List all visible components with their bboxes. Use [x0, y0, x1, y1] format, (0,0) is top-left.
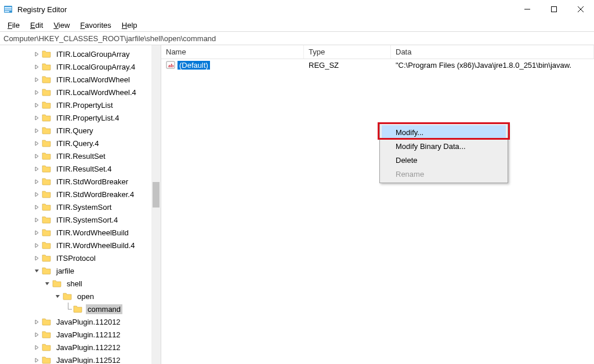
chevron-right-icon[interactable] — [32, 88, 41, 96]
maximize-button[interactable] — [541, 0, 567, 19]
chevron-right-icon[interactable] — [32, 152, 41, 160]
scrollbar-thumb[interactable] — [153, 182, 160, 208]
context-menu: Modify... Modify Binary Data... Delete R… — [379, 123, 508, 183]
window-title: Registry Editor — [17, 5, 67, 14]
folder-icon — [42, 164, 51, 173]
chevron-right-icon[interactable] — [32, 343, 41, 351]
folder-icon — [42, 228, 51, 237]
chevron-right-icon[interactable] — [32, 114, 41, 122]
tree-node-label: ITIR.WordWheelBuild — [55, 228, 131, 238]
chevron-right-icon[interactable] — [32, 318, 41, 326]
tree-node-itir-resultset-4[interactable]: ITIR.ResultSet.4 — [0, 162, 151, 175]
list-row[interactable]: ab (Default) REG_SZ "C:\Program Files (x… — [161, 59, 594, 71]
chevron-right-icon[interactable] — [32, 165, 41, 173]
tree-node-label: command — [86, 304, 122, 314]
tree-node-label: ITIR.Query — [55, 126, 95, 136]
tree-node-itir-propertylist[interactable]: ITIR.PropertyList — [0, 99, 151, 111]
tree-node-itir-wordwheelbuild-4[interactable]: ITIR.WordWheelBuild.4 — [0, 239, 151, 252]
tree-node-itir-propertylist-4[interactable]: ITIR.PropertyList.4 — [0, 111, 151, 124]
tree-node-label: ITIR.LocalWordWheel — [55, 75, 132, 85]
chevron-right-icon[interactable] — [32, 75, 41, 83]
tree-node-open[interactable]: open — [0, 290, 151, 303]
tree-node-itir-localgrouparray-4[interactable]: ITIR.LocalGroupArray.4 — [0, 60, 151, 73]
folder-icon — [42, 202, 51, 212]
tree-node-label: ITIR.PropertyList — [55, 100, 115, 110]
menu-help[interactable]: Help — [118, 20, 142, 30]
chevron-right-icon[interactable] — [32, 228, 41, 236]
column-header-type[interactable]: Type — [304, 45, 391, 59]
minimize-button[interactable] — [514, 0, 541, 19]
tree-node-label: ITIR.LocalGroupArray.4 — [55, 62, 137, 72]
tree-node-javaplugin-112012[interactable]: JavaPlugin.112012 — [0, 315, 151, 328]
folder-icon — [42, 215, 51, 224]
menu-file[interactable]: File — [3, 20, 24, 30]
tree-node-label: ITIR.LocalGroupArray — [55, 49, 131, 59]
folder-icon — [63, 292, 72, 301]
tree-node-itir-resultset[interactable]: ITIR.ResultSet — [0, 150, 151, 162]
chevron-right-icon[interactable] — [32, 50, 41, 58]
tree-node-command[interactable]: command — [0, 303, 151, 315]
folder-icon — [42, 151, 51, 161]
folder-icon — [42, 355, 51, 364]
tree-node-itir-localwordwheel[interactable]: ITIR.LocalWordWheel — [0, 73, 151, 86]
tree-node-label: jarfile — [55, 266, 76, 276]
menu-view[interactable]: View — [49, 20, 74, 30]
chevron-right-icon[interactable] — [32, 330, 41, 338]
chevron-right-icon[interactable] — [32, 101, 41, 109]
list-header: Name Type Data — [161, 45, 594, 59]
tree-node-label: ITIR.PropertyList.4 — [55, 113, 121, 123]
close-button[interactable] — [567, 0, 594, 19]
tree-node-itir-systemsort[interactable]: ITIR.SystemSort — [0, 201, 151, 213]
tree-node-itir-query-4[interactable]: ITIR.Query.4 — [0, 137, 151, 150]
tree-node-itir-stdwordbreaker-4[interactable]: ITIR.StdWordBreaker.4 — [0, 188, 151, 201]
menu-bar: File Edit View Favorites Help — [0, 19, 594, 31]
menu-favorites[interactable]: Favorites — [76, 20, 115, 30]
chevron-down-icon[interactable] — [43, 279, 51, 287]
column-header-data[interactable]: Data — [391, 45, 594, 59]
chevron-right-icon[interactable] — [32, 126, 41, 134]
regedit-app-icon — [3, 5, 13, 14]
tree-node-label: JavaPlugin.112012 — [55, 317, 122, 327]
tree-node-itir-localwordwheel-4[interactable]: ITIR.LocalWordWheel.4 — [0, 86, 151, 99]
tree-scrollbar[interactable] — [151, 45, 161, 364]
folder-icon — [42, 62, 51, 71]
tree-node-itir-stdwordbreaker[interactable]: ITIR.StdWordBreaker — [0, 175, 151, 188]
chevron-right-icon[interactable] — [32, 216, 41, 224]
chevron-right-icon[interactable] — [32, 241, 41, 249]
tree-node-itir-systemsort-4[interactable]: ITIR.SystemSort.4 — [0, 213, 151, 226]
registry-tree-panel: ITIR.LocalGroupArrayITIR.LocalGroupArray… — [0, 45, 161, 364]
value-list-panel: Name Type Data ab (Default) REG_SZ "C:\P… — [161, 45, 594, 364]
chevron-right-icon[interactable] — [32, 190, 41, 198]
tree-node-itir-wordwheelbuild[interactable]: ITIR.WordWheelBuild — [0, 226, 151, 239]
tree-node-itir-query[interactable]: ITIR.Query — [0, 124, 151, 137]
context-menu-modify[interactable]: Modify... — [382, 125, 506, 139]
chevron-right-icon[interactable] — [32, 63, 41, 71]
chevron-down-icon[interactable] — [53, 292, 61, 300]
chevron-right-icon[interactable] — [32, 356, 41, 364]
chevron-right-icon[interactable] — [32, 203, 41, 211]
chevron-right-icon[interactable] — [32, 139, 41, 147]
tree-node-jarfile[interactable]: jarfile — [0, 264, 151, 277]
tree-node-label: shell — [65, 279, 84, 289]
tree-node-shell[interactable]: shell — [0, 277, 151, 290]
tree-node-javaplugin-112112[interactable]: JavaPlugin.112112 — [0, 328, 151, 341]
folder-icon — [42, 241, 51, 250]
folder-icon — [42, 88, 51, 97]
address-bar[interactable]: Computer\HKEY_CLASSES_ROOT\jarfile\shell… — [0, 31, 594, 45]
menu-edit[interactable]: Edit — [26, 20, 47, 30]
tree-node-itir-localgrouparray[interactable]: ITIR.LocalGroupArray — [0, 48, 151, 60]
context-menu-modify-binary[interactable]: Modify Binary Data... — [382, 139, 506, 153]
svg-rect-2 — [5, 9, 12, 10]
chevron-right-icon[interactable] — [32, 177, 41, 185]
chevron-down-icon[interactable] — [32, 267, 41, 275]
chevron-right-icon[interactable] — [32, 254, 41, 262]
tree-node-javaplugin-112512[interactable]: JavaPlugin.112512 — [0, 354, 151, 364]
column-header-name[interactable]: Name — [161, 45, 304, 59]
value-name: (Default) — [178, 61, 210, 70]
tree-node-javaplugin-112212[interactable]: JavaPlugin.112212 — [0, 341, 151, 354]
tree-node-label: ITIR.ResultSet — [55, 151, 107, 161]
context-menu-delete[interactable]: Delete — [382, 153, 506, 167]
folder-icon — [42, 139, 51, 148]
context-menu-rename: Rename — [382, 167, 506, 181]
tree-node-itsprotocol[interactable]: ITSProtocol — [0, 252, 151, 264]
